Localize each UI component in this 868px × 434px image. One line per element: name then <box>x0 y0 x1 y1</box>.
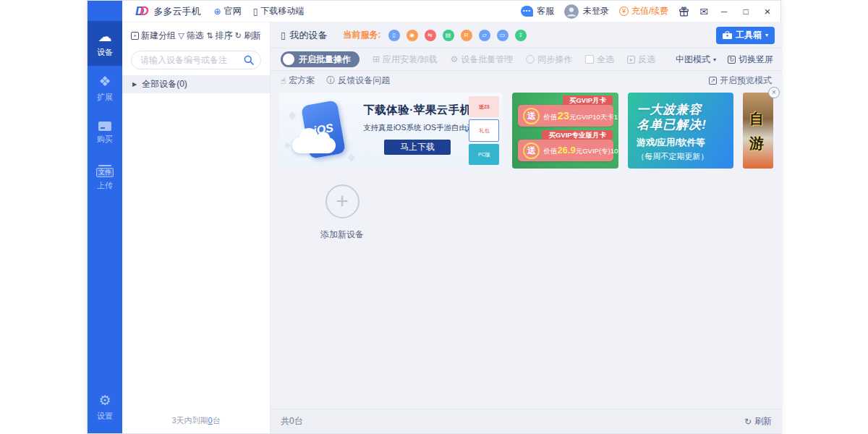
banner-title: 下载体验·苹果云手机 <box>363 103 472 118</box>
add-device-label: 添加新设备 <box>308 229 376 241</box>
coupon-row: 送 价值23元GVIP10天卡1台 <box>518 105 613 127</box>
refresh-icon: ↻ <box>235 31 242 41</box>
download-now-button[interactable]: 马上下载 <box>384 140 451 155</box>
sidebar-item-file-upload[interactable]: 文件 上传 <box>88 156 122 200</box>
sidebar-item-label: 扩展 <box>97 92 113 103</box>
coupon-tag: 买GVIP月卡 <box>563 95 613 106</box>
mail-icon[interactable]: ✉ <box>699 6 708 17</box>
sync-operation-button[interactable]: 同步操作 <box>526 54 572 66</box>
cloud-illustration <box>292 137 336 153</box>
gift-circle-icon: 送 <box>523 108 540 124</box>
official-site-link[interactable]: ⊕ 官网 <box>214 5 242 17</box>
banner-line: （每周不定期更新） <box>637 151 733 162</box>
new-group-button[interactable]: + 新建分组 <box>131 30 176 42</box>
main-sidebar: ☁ 设备 ❖ 扩展 购买 文件 上传 ⚙ 设置 <box>88 1 122 433</box>
checkbox-icon <box>585 55 594 64</box>
app-install-button[interactable]: ⊞ 应用安装/卸载 <box>373 54 437 66</box>
sort-button[interactable]: ⇅ 排序 <box>206 30 232 42</box>
invert-selection-button[interactable]: ▸ 反选 <box>627 54 655 66</box>
tablet-service-icon[interactable]: ▤ <box>443 30 454 41</box>
my-devices-icon: ▯ <box>281 30 286 41</box>
preview-mode-button[interactable]: ↗ 开启预览模式 <box>709 75 772 87</box>
sidebar-item-extensions[interactable]: ❖ 扩展 <box>88 66 122 111</box>
rotate-screen-button[interactable]: ↻ 切换竖屏 <box>728 54 773 66</box>
macro-row: ☝ 宏方案 ⓘ 反馈设备问题 ↗ 开启预览模式 <box>271 71 782 90</box>
banner-line: 游戏/应用/软件等 <box>637 137 733 149</box>
sidebar-item-label: 购买 <box>97 134 113 145</box>
recharge-button[interactable]: ¥ 充值/续费 <box>619 5 668 17</box>
sidebar-item-label: 上传 <box>97 180 113 191</box>
sidebar-item-devices[interactable]: ☁ 设备 <box>88 21 122 66</box>
root-service-icon[interactable]: R <box>461 30 472 41</box>
banner-close-button[interactable]: × <box>768 87 780 98</box>
add-device-button[interactable]: + 添加新设备 <box>308 184 376 241</box>
chat-bubble-icon: ••• <box>521 6 533 17</box>
banner-art-text: 自游 <box>749 106 767 156</box>
carousel-thumb[interactable]: PC版 <box>469 144 499 165</box>
mobile-service-icon[interactable]: ▱ <box>479 30 490 41</box>
login-button[interactable]: 未登录 <box>564 4 609 19</box>
rotate-screen-icon: ↻ <box>728 56 736 64</box>
app-window: ☁ 设备 ❖ 扩展 购买 文件 上传 ⚙ 设置 <box>87 0 781 434</box>
banner-subtitle: 支持真是iOS系统 iOS手游自由运行 <box>363 123 472 133</box>
cloud-phone-icon: ☁ <box>98 30 112 44</box>
compatibility-banner[interactable]: 一大波兼容 名单已解决! 游戏/应用/软件等 （每周不定期更新） <box>628 93 733 169</box>
batch-manage-button[interactable]: ⚙ 设备批量管理 <box>450 54 513 66</box>
device-group-all[interactable]: ▶ 全部设备(0) <box>122 75 270 93</box>
upload-service-icon[interactable]: ⇧ <box>515 30 527 41</box>
group-label: 全部设备(0) <box>142 78 187 90</box>
toggle-knob <box>283 54 294 65</box>
transfer-service-icon[interactable]: ⇆ <box>425 30 436 41</box>
game-banner-partial[interactable]: 自游 <box>743 93 773 169</box>
feedback-button[interactable]: ⓘ 反馈设备问题 <box>326 75 390 87</box>
hand-pointer-icon: ☝ <box>281 76 286 86</box>
main-content: ▯ 我的设备 当前服务: ▯ ◉ ⇆ ▤ R ▱ ▭ ⇧ 工具箱 ▾ 开 <box>271 22 782 433</box>
coupon-tag: 买GVIP专业版月卡 <box>542 130 613 140</box>
chevron-down-icon: ▾ <box>713 56 716 63</box>
gvip-coupon-banner[interactable]: 买GVIP月卡 送 价值23元GVIP10天卡1台 买GVIP专业版月卡 送 价… <box>512 93 618 169</box>
service-icons: ▯ ◉ ⇆ ▤ R ▱ ▭ ⇧ <box>388 30 527 41</box>
app-group-icon: ⊞ <box>373 54 380 64</box>
device-list-panel: + 新建分组 ▽ 筛选 ⇅ 排序 ↻ 刷新 ▶ <box>122 22 271 433</box>
gear-icon: ⚙ <box>98 393 111 408</box>
yen-coin-icon: ¥ <box>619 7 629 16</box>
view-mode-dropdown[interactable]: 中图模式 ▾ <box>676 54 716 66</box>
sidebar-item-purchase[interactable]: 购买 <box>88 111 122 156</box>
file-upload-icon: 文件 <box>96 165 114 177</box>
panel-actions: + 新建分组 ▽ 筛选 ⇅ 排序 ↻ 刷新 <box>122 22 270 48</box>
banner-line: 名单已解决! <box>637 117 733 132</box>
banner-line: 一大波兼容 <box>637 102 733 117</box>
batch-toolbar: 开启批量操作 ⊞ 应用安装/卸载 ⚙ 设备批量管理 同步操作 全选 ▸ 反选 <box>271 48 782 71</box>
partial-banner-wrap: 自游 × <box>743 93 773 169</box>
refresh-list-button[interactable]: ↻ 刷新 <box>744 415 772 427</box>
device-search-input[interactable] <box>131 51 261 69</box>
batch-operation-toggle[interactable]: 开启批量操作 <box>281 51 359 67</box>
ios-cloud-phone-banner[interactable]: iOS 下载体验·苹果云手机 支持真是iOS系统 iOS手游自由运行 马上下载 … <box>279 93 503 169</box>
filter-button[interactable]: ▽ 筛选 <box>178 30 203 42</box>
carousel-thumb[interactable]: 送23 <box>469 96 499 117</box>
globe-icon: ⊕ <box>214 7 221 17</box>
macro-plan-button[interactable]: ☝ 宏方案 <box>281 75 315 87</box>
refresh-button[interactable]: ↻ 刷新 <box>235 30 261 42</box>
download-mobile-link[interactable]: ▯ 下载移动端 <box>253 5 305 17</box>
invert-select-icon: ▸ <box>627 56 635 64</box>
customer-service-button[interactable]: ••• 客服 <box>521 5 554 17</box>
location-service-icon[interactable]: ◉ <box>407 30 418 41</box>
maximize-button[interactable]: □ <box>740 7 752 17</box>
sort-arrows-icon: ⇅ <box>206 31 213 41</box>
app-logo: DD <box>135 4 148 19</box>
gift-icon[interactable] <box>678 7 689 17</box>
close-button[interactable]: × <box>762 5 773 17</box>
search-icon[interactable] <box>244 55 254 65</box>
monitor-service-icon[interactable]: ▭ <box>497 30 509 41</box>
bank-card-icon <box>98 122 111 131</box>
phone-service-icon[interactable]: ▯ <box>388 30 400 41</box>
carousel-thumb[interactable]: 礼包 <box>469 119 499 142</box>
toolbox-button[interactable]: 工具箱 ▾ <box>716 27 775 44</box>
avatar <box>564 4 579 19</box>
select-all-checkbox[interactable]: 全选 <box>585 54 614 66</box>
folder-plus-icon: + <box>131 32 139 40</box>
sidebar-item-settings[interactable]: ⚙ 设置 <box>88 387 122 427</box>
phone-icon: ▯ <box>253 7 258 17</box>
minimize-button[interactable]: ─ <box>718 7 730 17</box>
